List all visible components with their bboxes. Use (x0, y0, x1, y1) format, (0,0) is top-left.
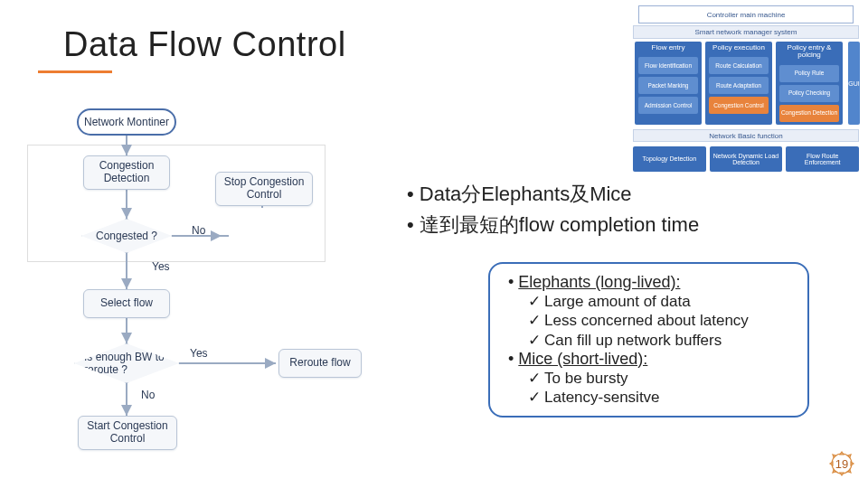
slide-title: Data Flow Control (63, 25, 346, 64)
callout-e1: Large amount of data (528, 292, 795, 311)
callout-box: Elephants (long-lived): Large amount of … (488, 262, 809, 418)
bullet-1: Data分Elephants及Mice (407, 181, 832, 208)
architecture-diagram: Controller main machine Smart network ma… (633, 5, 859, 177)
flowchart: Network Montiner Congestion Detection St… (27, 108, 398, 474)
arch-gui: GUI (848, 42, 860, 125)
page-number: 19 (835, 457, 848, 471)
flow-label-yes2: Yes (190, 347, 208, 360)
flow-congestion-detection: Congestion Detection (83, 155, 170, 190)
main-bullets: Data分Elephants及Mice 達到最短的flow completion… (407, 181, 832, 242)
callout-e3: Can fill up network buffers (528, 331, 795, 350)
arch-col-policyentry: Policy entry & polcing Policy Rule Polic… (776, 42, 843, 125)
callout-m2: Latency-sensitve (528, 388, 795, 407)
arch-bottom-topology: Topology Detection (633, 146, 706, 172)
bullet-2: 達到最短的flow completion time (407, 211, 832, 239)
flow-label-yes: Yes (152, 260, 170, 273)
flow-label-no2: No (141, 389, 155, 401)
callout-elephants: Elephants (long-lived): (508, 273, 795, 292)
arch-col-flowentry: Flow entry Flow Identification Packet Ma… (635, 42, 702, 125)
flow-stop-cc: Stop Congestion Control (215, 172, 313, 206)
callout-m1: To be bursty (528, 369, 795, 388)
flow-label-no: No (192, 224, 205, 237)
arch-nbf: Network Basic function (633, 129, 859, 142)
flow-select-flow: Select flow (83, 289, 170, 318)
arch-controller: Controller main machine (638, 5, 854, 23)
callout-e2: Less concerned about latency (528, 311, 795, 330)
flow-reroute: Reroute flow (278, 349, 362, 378)
page-number-badge: 19 (828, 450, 855, 477)
arch-bottom-route: Flow Route Enforcement (786, 146, 859, 172)
callout-mice: Mice (short-lived): (508, 350, 795, 369)
flow-start: Network Montiner (77, 108, 176, 136)
arch-sns: Smart network manager system (633, 25, 859, 39)
arch-col-policyexec: Policy execution Route Calculation Route… (705, 42, 772, 125)
title-underline (38, 70, 112, 73)
arch-bottom-load: Network Dynamic Load Detection (710, 146, 783, 172)
flow-start-cc: Start Congestion Control (78, 416, 177, 450)
